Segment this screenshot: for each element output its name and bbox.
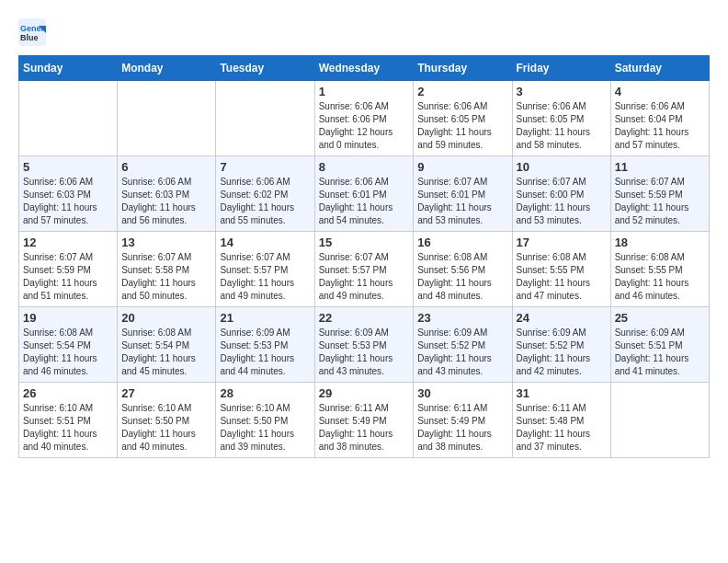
calendar-cell: 28Sunrise: 6:10 AM Sunset: 5:50 PM Dayli… [216,383,314,458]
day-info: Sunrise: 6:08 AM Sunset: 5:55 PM Dayligh… [517,251,607,303]
calendar-cell: 25Sunrise: 6:09 AM Sunset: 5:51 PM Dayli… [610,307,709,383]
day-number: 27 [121,386,211,400]
day-number: 13 [121,236,211,249]
page-header: General Blue [18,18,710,46]
calendar-cell: 3Sunrise: 6:06 AM Sunset: 6:05 PM Daylig… [512,81,610,156]
day-number: 12 [23,236,113,249]
calendar-cell: 7Sunrise: 6:06 AM Sunset: 6:02 PM Daylig… [216,156,314,232]
weekday-header-tuesday: Tuesday [216,56,314,81]
weekday-header-friday: Friday [512,56,610,81]
day-number: 22 [319,311,410,325]
calendar-cell: 9Sunrise: 6:07 AM Sunset: 6:01 PM Daylig… [414,156,512,232]
calendar-cell [118,81,216,156]
day-info: Sunrise: 6:09 AM Sunset: 5:53 PM Dayligh… [319,327,410,378]
day-info: Sunrise: 6:11 AM Sunset: 5:48 PM Dayligh… [517,402,607,454]
calendar-cell: 16Sunrise: 6:08 AM Sunset: 5:56 PM Dayli… [414,232,512,307]
day-info: Sunrise: 6:09 AM Sunset: 5:53 PM Dayligh… [220,327,310,378]
calendar-cell: 30Sunrise: 6:11 AM Sunset: 5:49 PM Dayli… [414,383,512,458]
day-number: 28 [220,386,310,400]
day-info: Sunrise: 6:09 AM Sunset: 5:52 PM Dayligh… [517,327,607,378]
day-number: 20 [121,311,211,325]
calendar-cell: 10Sunrise: 6:07 AM Sunset: 6:00 PM Dayli… [512,156,610,232]
day-info: Sunrise: 6:08 AM Sunset: 5:54 PM Dayligh… [23,327,113,378]
calendar-cell [19,81,118,156]
day-info: Sunrise: 6:09 AM Sunset: 5:51 PM Dayligh… [615,327,705,378]
day-number: 7 [220,160,310,174]
calendar-week-1: 1Sunrise: 6:06 AM Sunset: 6:06 PM Daylig… [19,81,710,156]
day-number: 21 [220,311,310,325]
day-number: 10 [517,160,607,174]
calendar-cell: 26Sunrise: 6:10 AM Sunset: 5:51 PM Dayli… [19,383,118,458]
day-number: 5 [23,160,113,174]
day-number: 29 [319,386,410,400]
day-info: Sunrise: 6:08 AM Sunset: 5:55 PM Dayligh… [615,251,705,303]
calendar-week-3: 12Sunrise: 6:07 AM Sunset: 5:59 PM Dayli… [19,232,710,307]
calendar-cell [610,383,709,458]
day-info: Sunrise: 6:06 AM Sunset: 6:04 PM Dayligh… [615,100,705,152]
calendar-cell: 17Sunrise: 6:08 AM Sunset: 5:55 PM Dayli… [512,232,610,307]
day-info: Sunrise: 6:08 AM Sunset: 5:54 PM Dayligh… [121,327,211,378]
day-number: 26 [23,386,113,400]
calendar-cell: 23Sunrise: 6:09 AM Sunset: 5:52 PM Dayli… [414,307,512,383]
day-info: Sunrise: 6:06 AM Sunset: 6:03 PM Dayligh… [23,176,113,227]
day-number: 1 [319,85,410,98]
day-number: 8 [319,160,410,174]
day-info: Sunrise: 6:09 AM Sunset: 5:52 PM Dayligh… [417,327,507,378]
day-info: Sunrise: 6:10 AM Sunset: 5:50 PM Dayligh… [220,402,310,454]
day-number: 3 [517,85,607,98]
calendar-cell: 1Sunrise: 6:06 AM Sunset: 6:06 PM Daylig… [314,81,414,156]
calendar-cell: 6Sunrise: 6:06 AM Sunset: 6:03 PM Daylig… [118,156,216,232]
calendar-table: SundayMondayTuesdayWednesdayThursdayFrid… [18,55,710,458]
day-info: Sunrise: 6:08 AM Sunset: 5:56 PM Dayligh… [417,251,507,303]
calendar-cell [216,81,314,156]
calendar-cell: 27Sunrise: 6:10 AM Sunset: 5:50 PM Dayli… [118,383,216,458]
day-number: 25 [615,311,705,325]
calendar-cell: 12Sunrise: 6:07 AM Sunset: 5:59 PM Dayli… [19,232,118,307]
weekday-header-row: SundayMondayTuesdayWednesdayThursdayFrid… [19,56,710,81]
calendar-week-4: 19Sunrise: 6:08 AM Sunset: 5:54 PM Dayli… [19,307,710,383]
calendar-cell: 22Sunrise: 6:09 AM Sunset: 5:53 PM Dayli… [314,307,414,383]
calendar-week-2: 5Sunrise: 6:06 AM Sunset: 6:03 PM Daylig… [19,156,710,232]
day-number: 17 [517,236,607,249]
day-info: Sunrise: 6:07 AM Sunset: 5:57 PM Dayligh… [319,251,410,303]
calendar-cell: 24Sunrise: 6:09 AM Sunset: 5:52 PM Dayli… [512,307,610,383]
day-info: Sunrise: 6:11 AM Sunset: 5:49 PM Dayligh… [319,402,410,454]
day-number: 30 [417,386,507,400]
day-number: 14 [220,236,310,249]
svg-text:Blue: Blue [20,33,39,42]
calendar-cell: 18Sunrise: 6:08 AM Sunset: 5:55 PM Dayli… [610,232,709,307]
day-number: 2 [417,85,507,98]
calendar-cell: 13Sunrise: 6:07 AM Sunset: 5:58 PM Dayli… [118,232,216,307]
weekday-header-sunday: Sunday [19,56,118,81]
calendar-week-5: 26Sunrise: 6:10 AM Sunset: 5:51 PM Dayli… [19,383,710,458]
calendar-cell: 14Sunrise: 6:07 AM Sunset: 5:57 PM Dayli… [216,232,314,307]
day-number: 6 [121,160,211,174]
day-number: 31 [517,386,607,400]
calendar-cell: 29Sunrise: 6:11 AM Sunset: 5:49 PM Dayli… [314,383,414,458]
day-number: 4 [615,85,705,98]
calendar-cell: 11Sunrise: 6:07 AM Sunset: 5:59 PM Dayli… [610,156,709,232]
logo: General Blue [18,18,50,46]
calendar-cell: 5Sunrise: 6:06 AM Sunset: 6:03 PM Daylig… [19,156,118,232]
calendar-cell: 8Sunrise: 6:06 AM Sunset: 6:01 PM Daylig… [314,156,414,232]
calendar-cell: 2Sunrise: 6:06 AM Sunset: 6:05 PM Daylig… [414,81,512,156]
day-info: Sunrise: 6:06 AM Sunset: 6:05 PM Dayligh… [517,100,607,152]
logo-icon: General Blue [18,18,46,46]
day-info: Sunrise: 6:11 AM Sunset: 5:49 PM Dayligh… [417,402,507,454]
calendar-cell: 4Sunrise: 6:06 AM Sunset: 6:04 PM Daylig… [610,81,709,156]
calendar-cell: 20Sunrise: 6:08 AM Sunset: 5:54 PM Dayli… [118,307,216,383]
day-number: 18 [615,236,705,249]
calendar-cell: 31Sunrise: 6:11 AM Sunset: 5:48 PM Dayli… [512,383,610,458]
day-number: 24 [517,311,607,325]
day-info: Sunrise: 6:06 AM Sunset: 6:05 PM Dayligh… [417,100,507,152]
calendar-cell: 15Sunrise: 6:07 AM Sunset: 5:57 PM Dayli… [314,232,414,307]
day-info: Sunrise: 6:10 AM Sunset: 5:50 PM Dayligh… [121,402,211,454]
weekday-header-thursday: Thursday [414,56,512,81]
weekday-header-wednesday: Wednesday [314,56,414,81]
day-info: Sunrise: 6:07 AM Sunset: 6:00 PM Dayligh… [517,176,607,227]
day-info: Sunrise: 6:06 AM Sunset: 6:06 PM Dayligh… [319,100,410,152]
day-info: Sunrise: 6:07 AM Sunset: 6:01 PM Dayligh… [417,176,507,227]
day-number: 9 [417,160,507,174]
day-info: Sunrise: 6:06 AM Sunset: 6:02 PM Dayligh… [220,176,310,227]
day-info: Sunrise: 6:10 AM Sunset: 5:51 PM Dayligh… [23,402,113,454]
